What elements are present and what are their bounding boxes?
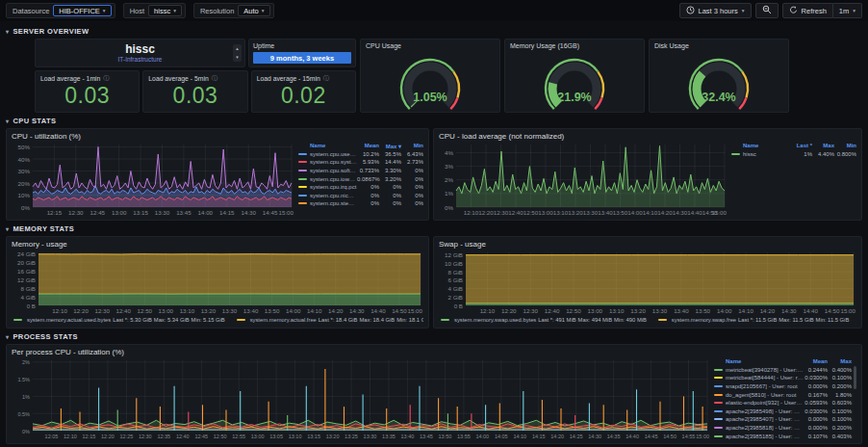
host-subtitle-link[interactable]: IT-Infrastructure	[118, 56, 163, 63]
svg-text:12:35: 12:35	[157, 434, 170, 439]
legend-item[interactable]: apache2[3985818] - User: www-data0.000%0…	[714, 424, 852, 433]
panel-title: Load average - 5min	[148, 75, 208, 82]
legend-item[interactable]: system.memory.actual.used.bytesLast *: 5…	[13, 317, 225, 323]
svg-text:14:45: 14:45	[263, 209, 278, 216]
legend-scrollbar[interactable]	[854, 366, 856, 389]
legend-item[interactable]: do_agent[5810] - User: root0.167%1.80%	[714, 390, 852, 399]
svg-text:3%: 3%	[445, 163, 453, 170]
clock-icon	[686, 6, 695, 16]
legend-item[interactable]: system.cpu.steal.pct0%0%0%	[298, 199, 423, 208]
svg-text:4 GiB: 4 GiB	[21, 294, 36, 301]
collapse-chevron-icon: ▾	[6, 28, 9, 35]
legend-item[interactable]: snapd[2105667] - User: root0.000%0.200%	[714, 382, 852, 391]
svg-text:2%: 2%	[22, 359, 30, 365]
svg-text:15:00: 15:00	[408, 307, 423, 314]
svg-text:14:30: 14:30	[349, 307, 365, 314]
svg-text:13:45: 13:45	[176, 209, 191, 216]
refresh-button[interactable]: Refresh	[782, 3, 833, 18]
host-selector-spinner[interactable]: ▲ ▼	[233, 44, 242, 62]
per-process-cpu-chart[interactable]: 0%0.5%1%1.5%2%12:0512:1012:1512:2012:251…	[12, 357, 710, 440]
time-range-picker[interactable]: Last 3 hours ▾	[679, 3, 752, 18]
legend-item[interactable]: system.memory.swap.used.bytesLast *: 491…	[441, 317, 647, 323]
panel-title: Load average - 15min	[257, 75, 320, 82]
svg-text:16 GiB: 16 GiB	[17, 268, 36, 275]
legend-item[interactable]: hissc1%4.40%0.800%	[731, 150, 856, 159]
svg-text:15:00: 15:00	[696, 434, 709, 439]
series-color-dash	[658, 319, 667, 321]
series-color-dash	[298, 186, 307, 188]
resolution-select[interactable]: Auto ▾	[238, 5, 269, 16]
memory-usage-chart[interactable]: 0 B4 GiB8 GiB12 GiB16 GiB20 GiB24 GiB12:…	[12, 250, 423, 315]
process-row: Per process CPU - utilization (%) 0%0.5%…	[6, 344, 862, 444]
host-name: hissc	[125, 43, 155, 57]
cpu-utilization-chart[interactable]: 0%10%20%30%40%50%12:1512:3012:4513:0013:…	[12, 142, 294, 217]
section-cpu-stats[interactable]: ▾ CPU STATS	[6, 116, 862, 126]
legend-item[interactable]: system.cpu.iowait.pct0.0867%3.20%0%	[298, 174, 423, 183]
datasource-select[interactable]: HIB-OFFICE ▾	[53, 5, 111, 16]
section-memory-stats[interactable]: ▾ MEMORY STATS	[6, 224, 862, 234]
chevron-down-icon: ▾	[853, 8, 855, 13]
svg-text:13:00: 13:00	[112, 209, 127, 216]
svg-text:13:25: 13:25	[345, 434, 358, 439]
svg-text:12:20: 12:20	[73, 307, 89, 314]
host-select[interactable]: hissc ▾	[148, 5, 182, 16]
cpu-load-chart[interactable]: 0%1%2%3%4%12:1012:2012:3012:4012:5013:00…	[439, 142, 728, 217]
svg-text:12:30: 12:30	[68, 209, 84, 216]
zoom-out-button[interactable]	[755, 3, 779, 18]
svg-text:14:50: 14:50	[392, 307, 407, 314]
svg-text:14:00: 14:00	[286, 307, 301, 314]
svg-text:1%: 1%	[22, 394, 30, 400]
series-color-dash	[731, 153, 740, 155]
svg-text:0%: 0%	[445, 204, 453, 211]
var-resolution: Resolution Auto ▾	[193, 3, 274, 18]
memory-usage-legend: system.memory.actual.used.bytesLast *: 5…	[12, 315, 423, 325]
section-process-stats[interactable]: ▾ PROCESS STATS	[6, 331, 862, 342]
svg-text:14:00: 14:00	[627, 209, 643, 216]
chevron-down-icon: ▾	[262, 8, 265, 13]
panel-title: CPU - utilization (%)	[12, 132, 423, 141]
svg-text:50%: 50%	[18, 144, 31, 150]
cpu-utilization-panel: CPU - utilization (%) 0%10%20%30%40%50%1…	[6, 128, 429, 221]
legend-item[interactable]: system.cpu.system.pct5.93%14.4%2.73%	[298, 158, 423, 167]
per-process-cpu-legend: NameMeanMaxmetricbeat[3940278] - User: r…	[710, 357, 856, 440]
svg-text:12:40: 12:40	[545, 307, 560, 314]
info-icon[interactable]: ⓘ	[103, 74, 109, 83]
info-icon[interactable]: ⓘ	[323, 74, 329, 83]
legend-item[interactable]: system.cpu.irq.pct0%0%0%	[298, 183, 423, 192]
legend-item[interactable]: system.cpu.user.pct10.2%36.5%6.43%	[298, 150, 423, 159]
legend-item[interactable]: system.memory.actual.freeLast *: 18.4 Gi…	[237, 317, 423, 323]
legend-item[interactable]: metricbeat[584444] - User: root0.0300%0.…	[714, 374, 852, 382]
section-server-overview[interactable]: ▾ SERVER OVERVIEW	[6, 26, 862, 37]
datasource-value: HIB-OFFICE	[59, 7, 100, 15]
memory-usage-gauge: 21.9%	[510, 52, 639, 114]
svg-text:13:10: 13:10	[180, 307, 195, 314]
legend-item[interactable]: apache2[3985407] - User: www-data0.000%0…	[714, 415, 852, 424]
host-panel: hissc IT-Infrastructure ▲ ▼	[35, 39, 245, 67]
legend-item[interactable]: elastic-endpoint[932] - User: root0.0593…	[714, 399, 852, 408]
memory-row: Memory - usage 0 B4 GiB8 GiB12 GiB16 GiB…	[6, 236, 862, 329]
svg-text:0%: 0%	[22, 429, 30, 434]
svg-text:12:10: 12:10	[52, 307, 67, 314]
svg-text:12:45: 12:45	[90, 209, 106, 216]
series-color-dash	[237, 319, 245, 321]
legend-item[interactable]: system.cpu.nice.pct0%0%0%	[298, 192, 423, 200]
legend-item[interactable]: metricbeat[3940278] - User: root0.244%0.…	[714, 366, 852, 375]
legend-item[interactable]: apache2[3985498] - User: www-data0.0300%…	[714, 408, 852, 416]
legend-item[interactable]: system.memory.swap.freeLast *: 11.5 GiBM…	[658, 317, 849, 323]
legend-item[interactable]: system.cpu.softirq.pct0.733%3.30%0%	[298, 167, 423, 175]
template-variables: Datasource HIB-OFFICE ▾ Host hissc ▾ Res…	[6, 3, 274, 18]
svg-text:13:30: 13:30	[364, 434, 377, 439]
svg-text:14:00: 14:00	[717, 307, 732, 314]
svg-text:13:10: 13:10	[609, 307, 625, 314]
svg-text:13:30: 13:30	[583, 209, 599, 216]
legend-item[interactable]: apache2[3985185] - User: www-data0.107%0…	[714, 432, 852, 440]
panel-title: Swap - usage	[439, 240, 856, 249]
svg-text:13:00: 13:00	[588, 307, 603, 314]
load-1min-panel: Load average - 1minⓘ 0.03	[35, 70, 140, 113]
swap-usage-chart[interactable]: 0 B2 GiB4 GiB6 GiB8 GiB10 GiB12 GiB12:10…	[439, 250, 856, 315]
svg-text:13:55: 13:55	[457, 434, 471, 439]
info-icon[interactable]: ⓘ	[212, 74, 217, 83]
series-color-dash	[13, 319, 22, 321]
refresh-interval-select[interactable]: 1m ▾	[833, 3, 862, 18]
svg-text:13:10: 13:10	[553, 209, 569, 216]
